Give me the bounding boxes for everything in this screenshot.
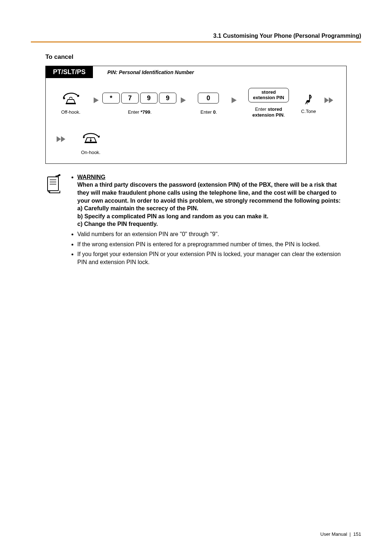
enter-0-caption: Enter 0.	[200, 109, 217, 115]
onhook-icon	[80, 129, 102, 147]
svg-rect-0	[66, 103, 76, 104]
page-footer: User Manual151	[320, 531, 361, 537]
svg-marker-8	[61, 136, 65, 142]
enter-799-caption: Enter **799799.	[128, 109, 151, 115]
arrow-icon	[231, 97, 237, 104]
ctone-icon	[303, 90, 314, 109]
page-header: 3.1 Customising Your Phone (Personal Pro…	[31, 33, 361, 39]
svg-point-15	[56, 175, 57, 177]
offhook-icon	[61, 89, 81, 107]
key-0-area: 0	[198, 89, 220, 107]
arrow-icon	[93, 97, 99, 104]
double-arrow-icon	[324, 97, 335, 104]
svg-marker-6	[329, 97, 333, 103]
header-rule	[31, 41, 361, 42]
double-arrow-icon	[56, 135, 67, 143]
phone-type-badge: PT/SLT/PS	[46, 66, 93, 78]
key-9: 9	[159, 93, 176, 104]
svg-marker-7	[57, 136, 61, 142]
keys-799: * 7 9 9	[102, 89, 177, 107]
ctone-caption: C.Tone	[301, 109, 316, 114]
key-9: 9	[140, 93, 158, 104]
svg-marker-2	[181, 97, 186, 103]
key-7: 7	[121, 93, 139, 104]
notes-text: WARNING When a third party discovers the…	[71, 173, 347, 268]
offhook-caption: Off-hook.	[61, 109, 80, 115]
section-title: To cancel	[45, 53, 361, 61]
arrow-icon	[180, 97, 187, 104]
onhook-caption: On-hook.	[81, 150, 100, 155]
svg-marker-5	[324, 97, 329, 103]
key-star: *	[102, 93, 120, 104]
svg-rect-11	[48, 177, 58, 191]
key-0: 0	[198, 93, 219, 104]
stored-pin-box: stored extension PIN	[248, 86, 289, 104]
enter-stored-caption: Enter stored extension PIN.	[252, 106, 285, 118]
svg-marker-3	[232, 97, 237, 103]
procedure-box: PT/SLT/PS PIN: Personal Identification N…	[45, 66, 347, 164]
note-icon	[45, 173, 71, 268]
pin-abbrev-note: PIN: Personal Identification Number	[107, 69, 194, 75]
svg-marker-1	[94, 97, 99, 103]
svg-point-4	[306, 100, 310, 102]
svg-rect-9	[85, 142, 97, 143]
